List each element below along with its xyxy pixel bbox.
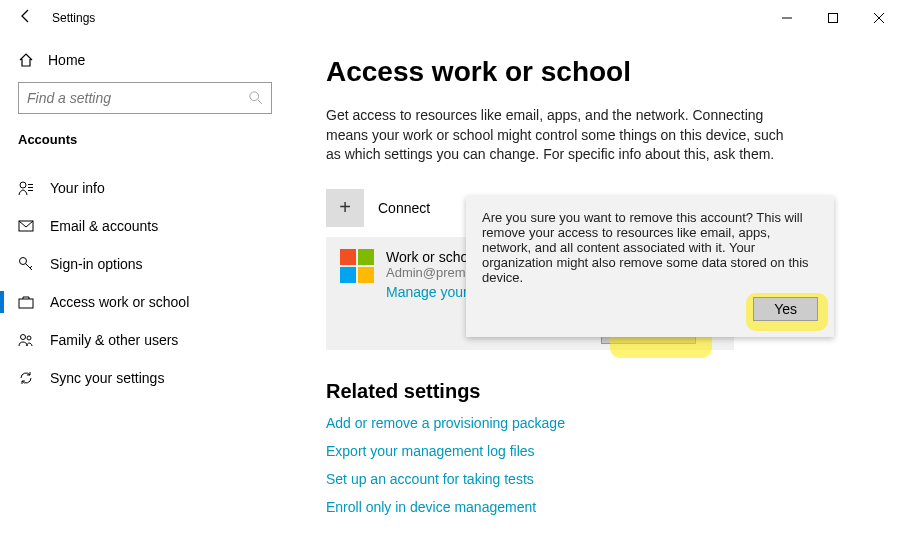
connect-label: Connect [378,200,430,216]
flyout-text: Are you sure you want to remove this acc… [482,210,818,285]
search-input[interactable] [18,82,272,114]
svg-rect-7 [28,184,33,185]
close-button[interactable] [856,2,902,34]
sidebar-item-sync[interactable]: Sync your settings [0,359,290,397]
svg-rect-9 [28,190,33,191]
window-controls [764,2,902,34]
sidebar-item-signin[interactable]: Sign-in options [0,245,290,283]
titlebar: Settings [0,0,902,36]
minimize-button[interactable] [764,2,810,34]
home-label: Home [48,52,85,68]
svg-rect-1 [829,14,838,23]
svg-line-13 [30,266,32,268]
page-title: Access work or school [326,56,866,88]
back-icon[interactable] [18,8,34,28]
sidebar-item-label: Family & other users [50,332,178,348]
svg-line-5 [258,100,262,104]
microsoft-logo-icon [340,249,374,283]
mail-icon [18,218,34,234]
sidebar-item-label: Your info [50,180,105,196]
svg-point-16 [27,336,31,340]
related-settings-title: Related settings [326,380,866,403]
window-title: Settings [52,11,95,25]
sidebar: Home Accounts Your info Email & accounts… [0,36,290,544]
sidebar-item-label: Sign-in options [50,256,143,272]
svg-point-11 [20,258,27,265]
sync-icon [18,370,34,386]
svg-rect-8 [28,187,33,188]
search-icon [249,91,263,105]
confirm-remove-flyout: Are you sure you want to remove this acc… [466,196,834,337]
link-provisioning[interactable]: Add or remove a provisioning package [326,415,866,431]
sidebar-item-family[interactable]: Family & other users [0,321,290,359]
sidebar-item-label: Email & accounts [50,218,158,234]
person-icon [18,180,34,196]
sidebar-item-access[interactable]: Access work or school [0,283,290,321]
people-icon [18,332,34,348]
svg-point-6 [20,182,26,188]
section-label: Accounts [0,128,290,161]
sidebar-item-email[interactable]: Email & accounts [0,207,290,245]
svg-rect-14 [19,299,33,308]
key-icon [18,256,34,272]
svg-point-15 [21,335,26,340]
sidebar-item-label: Access work or school [50,294,189,310]
svg-point-4 [250,92,259,101]
sidebar-item-your-info[interactable]: Your info [0,169,290,207]
search-field[interactable] [27,90,227,106]
maximize-button[interactable] [810,2,856,34]
link-setup-tests[interactable]: Set up an account for taking tests [326,471,866,487]
yes-button[interactable]: Yes [753,297,818,321]
briefcase-icon [18,294,34,310]
sidebar-item-label: Sync your settings [50,370,164,386]
link-enroll-mdm[interactable]: Enroll only in device management [326,499,866,515]
plus-icon: + [326,189,364,227]
page-description: Get access to resources like email, apps… [326,106,786,165]
link-export-logs[interactable]: Export your management log files [326,443,866,459]
home-button[interactable]: Home [0,44,290,82]
